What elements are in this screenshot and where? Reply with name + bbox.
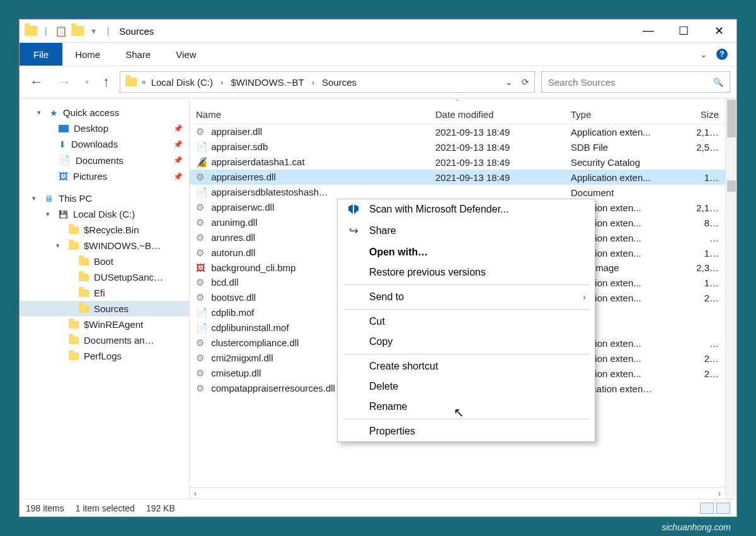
chevron-down-icon[interactable]: ▾ [88,26,100,36]
nav-folder[interactable]: ▾$WINDOWS.~B… [20,238,189,253]
status-items: 198 items [26,503,64,513]
folder-icon [125,78,137,86]
file-dll-icon: ⚙ [196,217,209,228]
window-title: Sources [119,26,154,37]
file-dll-icon: ⚙ [196,232,209,243]
menu-share[interactable]: Share [338,219,595,242]
file-dll-icon: ⚙ [196,247,209,259]
file-type: Application exten... [571,127,681,137]
menu-create-shortcut[interactable]: Create shortcut [338,356,595,376]
file-name: background_cli.bmp [211,262,295,273]
up-button[interactable]: ↑ [99,74,113,90]
file-name: cdplib.mof [211,307,254,318]
breadcrumb[interactable]: Local Disk (C:) [151,77,213,88]
breadcrumb[interactable]: $WINDOWS.~BT [231,77,304,88]
nav-folder[interactable]: PerfLogs [20,348,189,364]
file-doc-icon: 📄 [196,141,209,153]
nav-folder[interactable]: Documents an… [20,332,189,348]
file-size: 2… [681,353,719,364]
menu-delete[interactable]: Delete [338,376,595,397]
file-bmp-icon: 🖼 [196,262,209,273]
share-tab[interactable]: Share [113,43,163,66]
file-dll-icon: ⚙ [196,337,209,349]
minimize-button[interactable]: — [642,24,655,38]
file-size: 1… [681,172,719,183]
status-selected: 1 item selected [76,503,135,513]
shield-icon [348,204,358,214]
file-row[interactable]: 🔏 appraiserdatasha1.cat2021-09-13 18:49S… [190,154,725,170]
file-dll-icon: ⚙ [196,126,209,137]
file-size: 2,1… [681,127,719,137]
file-type: Security Catalog [571,157,681,168]
file-name: bcd.dll [211,277,238,288]
file-name: cdplibuninstall.mof [211,322,289,333]
forward-button[interactable]: → [54,74,75,90]
file-row[interactable]: ⚙ appraiserres.dll2021-09-13 18:49Applic… [190,170,725,185]
nav-documents[interactable]: 📄Documents📌 [20,152,189,168]
nav-pictures[interactable]: 🖼Pictures📌 [20,168,189,184]
vertical-scrollbar[interactable] [725,98,736,499]
menu-send-to[interactable]: Send to› [338,287,595,307]
file-row[interactable]: ⚙ appraiser.dll2021-09-13 18:49Applicati… [190,124,725,139]
file-doc-icon: 📄 [196,187,209,198]
view-details-button[interactable] [700,503,714,514]
column-headers: Name Date modified Type Size [190,105,725,124]
nav-this-pc[interactable]: ▾🖥This PC [20,190,189,206]
maximize-button[interactable]: ☐ [677,24,690,38]
nav-folder[interactable]: $WinREAgent [20,317,189,332]
menu-rename[interactable]: Rename [338,397,595,417]
file-doc-icon: 📄 [196,322,209,334]
refresh-icon[interactable]: ⟳ [522,77,529,87]
file-row[interactable]: 📄 appraiser.sdb2021-09-13 18:49SDB File2… [190,139,725,154]
nav-folder-sources[interactable]: Sources [20,301,189,317]
nav-folder[interactable]: Boot [20,253,189,269]
back-button[interactable]: ← [26,74,47,90]
nav-quick-access[interactable]: ▾★Quick access [20,105,189,120]
file-size: 2… [681,368,719,379]
history-dropdown-icon[interactable]: ▾ [81,78,93,86]
folder-icon [25,26,37,36]
home-tab[interactable]: Home [62,43,113,66]
nav-row: ← → ▾ ↑ « Local Disk (C:) › $WINDOWS.~BT… [20,66,736,98]
file-row[interactable]: 📄 appraisersdblatestoshash…Document [190,185,725,200]
menu-scan-defender[interactable]: Scan with Microsoft Defender... [338,199,595,219]
horizontal-scrollbar[interactable]: ‹ › [190,487,725,499]
view-icons-button[interactable] [716,503,730,514]
breadcrumb[interactable]: Sources [322,77,357,88]
help-icon[interactable]: ? [716,49,728,60]
menu-open-with[interactable]: Open with… [338,242,595,262]
col-name[interactable]: Name [196,109,435,120]
chevron-right-icon: › [218,78,226,87]
menu-properties[interactable]: Properties [338,421,595,441]
view-tab[interactable]: View [163,43,209,66]
ribbon-expand-icon[interactable]: ⌄ [700,49,707,59]
file-name: appraiserres.dll [211,172,276,182]
search-icon: 🔍 [713,78,723,87]
close-button[interactable]: ✕ [713,24,725,38]
menu-restore-versions[interactable]: Restore previous versions [338,262,595,283]
nav-folder[interactable]: Efi [20,285,189,301]
menu-copy[interactable]: Copy [338,332,595,352]
nav-local-disk[interactable]: ▾💾Local Disk (C:) [20,206,189,222]
file-name: arunimg.dll [211,217,257,228]
address-dropdown-icon[interactable]: ⌄ [505,77,513,87]
file-tab[interactable]: File [20,43,62,66]
file-size: 1… [681,248,719,259]
nav-desktop[interactable]: Desktop📌 [20,120,189,136]
col-date[interactable]: Date modified [435,109,571,120]
menu-cut[interactable]: Cut [338,312,595,332]
clipboard-icon[interactable]: 📋 [55,25,67,37]
sort-indicator-icon: ⌃ [190,98,725,105]
status-bar: 198 items 1 item selected 192 KB [20,499,736,516]
file-size: 2,5… [681,142,719,153]
file-name: cmi2migxml.dll [211,352,273,363]
nav-downloads[interactable]: ⬇Downloads📌 [20,136,189,152]
col-size[interactable]: Size [681,109,719,120]
title-bar: | 📋 ▾ | Sources — ☐ ✕ [20,20,736,42]
nav-folder[interactable]: $Recycle.Bin [20,222,189,238]
address-bar[interactable]: « Local Disk (C:) › $WINDOWS.~BT › Sourc… [120,71,535,93]
col-type[interactable]: Type [571,109,681,120]
scroll-left-icon: ‹ [190,489,201,498]
nav-folder[interactable]: DUSetupSanc… [20,269,189,285]
search-input[interactable]: Search Sources 🔍 [541,71,730,93]
